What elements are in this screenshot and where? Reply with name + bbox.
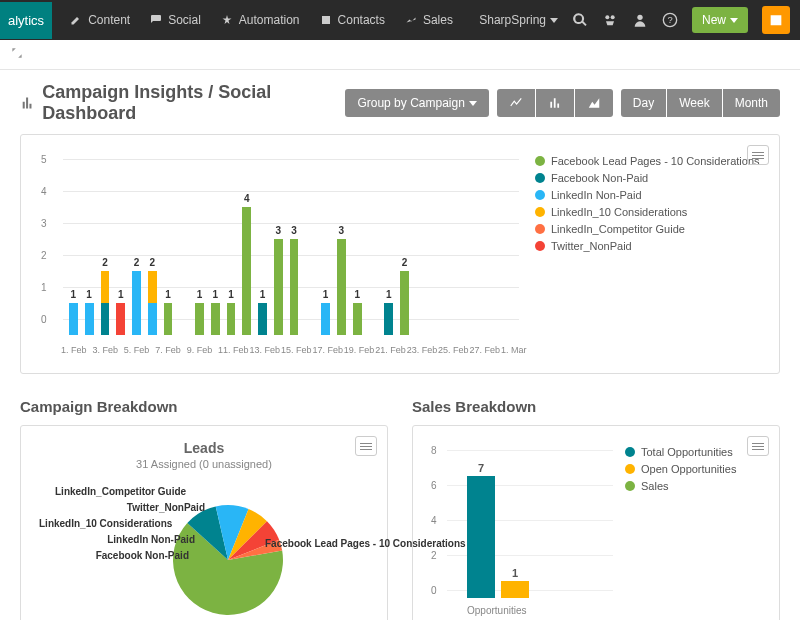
nav-contacts[interactable]: Contacts [320, 13, 385, 27]
chart-type-line[interactable] [497, 89, 535, 117]
expand-icon[interactable] [10, 46, 24, 60]
calendar-icon[interactable] [762, 6, 790, 34]
pie-label: Facebook Non-Paid [59, 550, 189, 561]
chart-type-area[interactable] [575, 89, 613, 117]
campaign-section: Campaign Breakdown Leads 31 Assigned (0 … [20, 398, 388, 620]
svg-text:?: ? [667, 15, 672, 25]
nav-content[interactable]: Content [70, 13, 130, 27]
group-by-dropdown[interactable]: Group by Campaign [345, 89, 488, 117]
svg-point-1 [611, 15, 615, 19]
campaign-pie: LinkedIn_Competitor GuideTwitter_NonPaid… [35, 478, 373, 620]
sub-toolbar [0, 40, 800, 70]
chart-menu-icon[interactable] [747, 145, 769, 165]
nav-social[interactable]: Social [150, 13, 201, 27]
nav-automation[interactable]: Automation [221, 13, 300, 27]
user-icon[interactable] [632, 12, 648, 28]
mascot-icon[interactable] [602, 12, 618, 28]
sales-legend: Total OpportunitiesOpen OpportunitiesSal… [625, 440, 765, 620]
pie-label: LinkedIn Non-Paid [65, 534, 195, 545]
range-group: Day Week Month [621, 89, 780, 117]
top-nav: alytics Content Social Automation Contac… [0, 0, 800, 40]
legend-item[interactable]: Open Opportunities [625, 463, 765, 475]
chart-icon [20, 94, 36, 112]
main-nav: Content Social Automation Contacts Sales [70, 13, 479, 27]
campaign-title: Leads [35, 440, 373, 456]
campaign-panel: Leads 31 Assigned (0 unassigned) LinkedI… [20, 425, 388, 620]
right-nav: SharpSpring ? New [479, 6, 790, 34]
legend-item[interactable]: Twitter_NonPaid [535, 240, 765, 252]
main-chart-panel: 01234511212211114133131121. Feb3. Feb5. … [20, 134, 780, 374]
company-dropdown[interactable]: SharpSpring [479, 13, 558, 27]
campaign-heading: Campaign Breakdown [20, 398, 388, 415]
brand-logo[interactable]: alytics [0, 2, 52, 39]
pie-label: LinkedIn_10 Considerations [39, 518, 169, 529]
sales-chart: 0246871Opportunities [427, 440, 613, 620]
range-day[interactable]: Day [621, 89, 666, 117]
chart-type-group [497, 89, 613, 117]
page-title: Campaign Insights / Social Dashboard [20, 82, 337, 124]
legend-item[interactable]: LinkedIn_10 Considerations [535, 206, 765, 218]
sales-heading: Sales Breakdown [412, 398, 780, 415]
range-month[interactable]: Month [723, 89, 780, 117]
legend-item[interactable]: Facebook Lead Pages - 10 Considerations [535, 155, 765, 167]
chart-type-bar[interactable] [536, 89, 574, 117]
campaign-subtitle: 31 Assigned (0 unassigned) [35, 458, 373, 470]
svg-point-0 [605, 15, 609, 19]
search-icon[interactable] [572, 12, 588, 28]
svg-point-2 [637, 15, 642, 20]
pie-label: LinkedIn_Competitor Guide [55, 486, 185, 497]
campaign-menu-icon[interactable] [355, 436, 377, 456]
range-week[interactable]: Week [667, 89, 721, 117]
sales-menu-icon[interactable] [747, 436, 769, 456]
legend-item[interactable]: LinkedIn_Competitor Guide [535, 223, 765, 235]
legend-item[interactable]: Total Opportunities [625, 446, 765, 458]
pie-label: Twitter_NonPaid [75, 502, 205, 513]
sales-panel: 0246871Opportunities Total Opportunities… [412, 425, 780, 620]
new-button[interactable]: New [692, 7, 748, 33]
legend-item[interactable]: LinkedIn Non-Paid [535, 189, 765, 201]
legend-item[interactable]: Facebook Non-Paid [535, 172, 765, 184]
nav-sales[interactable]: Sales [405, 13, 453, 27]
page-header: Campaign Insights / Social Dashboard Gro… [20, 82, 780, 124]
main-legend: Facebook Lead Pages - 10 ConsiderationsF… [535, 149, 765, 359]
main-chart: 01234511212211114133131121. Feb3. Feb5. … [35, 149, 519, 359]
help-icon[interactable]: ? [662, 12, 678, 28]
sales-section: Sales Breakdown 0246871Opportunities Tot… [412, 398, 780, 620]
legend-item[interactable]: Sales [625, 480, 765, 492]
